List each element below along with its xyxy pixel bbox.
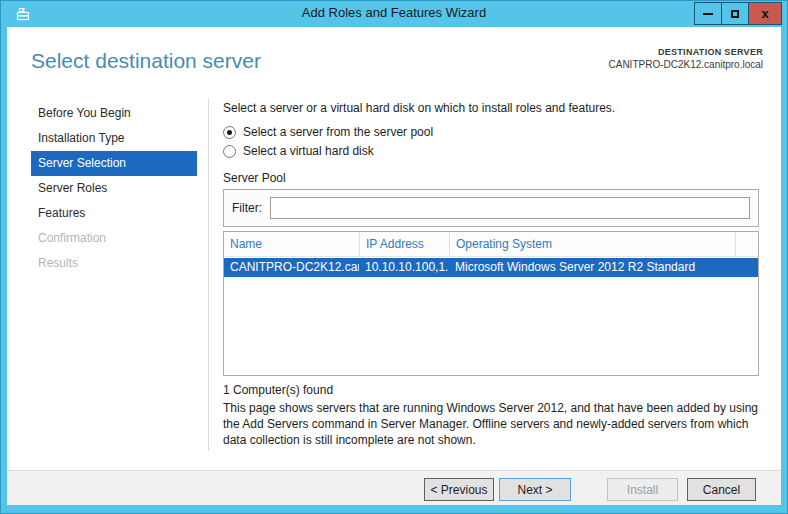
radio-label: Select a server from the server pool xyxy=(243,125,433,139)
instruction-text: Select a server or a virtual hard disk o… xyxy=(223,101,615,115)
column-header-ip-address[interactable]: IP Address xyxy=(359,232,449,256)
page-title: Select destination server xyxy=(31,49,261,73)
cancel-button[interactable]: Cancel xyxy=(687,478,756,501)
table-row[interactable]: CANITPRO-DC2K12.cani... 10.10.10.100,1..… xyxy=(224,258,758,277)
sidebar-item-installation-type[interactable]: Installation Type xyxy=(31,126,197,151)
destination-server-label: DESTINATION SERVER xyxy=(609,47,764,57)
column-header-extra xyxy=(735,232,758,256)
destination-server-info: DESTINATION SERVER CANITPRO-DC2K12.canit… xyxy=(609,47,764,70)
sidebar-item-features[interactable]: Features xyxy=(31,201,197,226)
radio-select-virtual-hard-disk[interactable]: Select a virtual hard disk xyxy=(223,144,374,158)
wizard-window: Add Roles and Features Wizard x Select d… xyxy=(0,0,788,514)
radio-unselected-icon xyxy=(223,145,236,158)
filter-box: Filter: xyxy=(223,189,759,227)
cell-operating-system: Microsoft Windows Server 2012 R2 Standar… xyxy=(449,258,735,277)
radio-select-server-from-pool[interactable]: Select a server from the server pool xyxy=(223,125,433,139)
maximize-icon xyxy=(731,10,739,18)
sidebar-item-server-selection[interactable]: Server Selection xyxy=(31,151,197,176)
server-pool-label: Server Pool xyxy=(223,171,286,185)
radio-selected-icon xyxy=(223,126,236,139)
minimize-icon xyxy=(703,13,713,15)
close-icon: x xyxy=(761,7,768,20)
titlebar[interactable]: Add Roles and Features Wizard x xyxy=(1,1,787,27)
filter-input[interactable] xyxy=(270,197,750,219)
next-button[interactable]: Next > xyxy=(499,478,571,501)
cell-ip-address: 10.10.10.100,1... xyxy=(359,258,449,277)
table-header-row: Name IP Address Operating System xyxy=(224,232,758,257)
wizard-steps-sidebar: Before You Begin Installation Type Serve… xyxy=(31,101,197,276)
computers-found-text: 1 Computer(s) found xyxy=(223,383,333,397)
sidebar-item-confirmation[interactable]: Confirmation xyxy=(31,226,197,251)
window-controls: x xyxy=(695,2,782,25)
radio-label: Select a virtual hard disk xyxy=(243,144,374,158)
column-header-name[interactable]: Name xyxy=(224,232,359,256)
maximize-button[interactable] xyxy=(721,2,749,25)
minimize-button[interactable] xyxy=(694,2,722,25)
sidebar-item-server-roles[interactable]: Server Roles xyxy=(31,176,197,201)
column-header-operating-system[interactable]: Operating System xyxy=(449,232,735,256)
install-button[interactable]: Install xyxy=(607,478,678,501)
close-button[interactable]: x xyxy=(748,2,782,25)
page-description: This page shows servers that are running… xyxy=(223,400,767,448)
sidebar-divider xyxy=(208,99,209,451)
server-pool-table: Name IP Address Operating System CANITPR… xyxy=(223,231,759,376)
wizard-content: Select destination server DESTINATION SE… xyxy=(7,27,781,505)
sidebar-item-results[interactable]: Results xyxy=(31,251,197,276)
footer-button-bar: < Previous Next > Install Cancel xyxy=(7,470,781,505)
previous-button[interactable]: < Previous xyxy=(424,478,494,501)
destination-server-name: CANITPRO-DC2K12.canitpro.local xyxy=(609,59,764,70)
filter-label: Filter: xyxy=(232,201,262,215)
window-title: Add Roles and Features Wizard xyxy=(1,5,787,20)
sidebar-item-before-you-begin[interactable]: Before You Begin xyxy=(31,101,197,126)
cell-name: CANITPRO-DC2K12.cani... xyxy=(224,258,359,277)
